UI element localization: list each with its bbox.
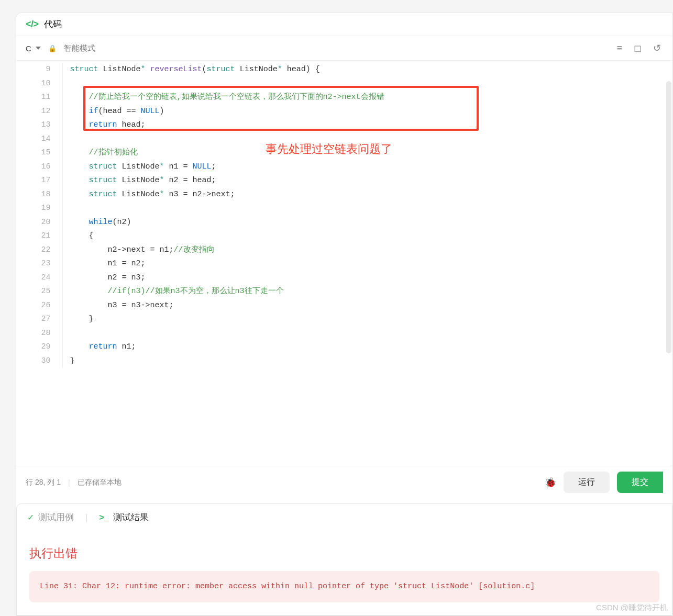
code-line[interactable]: n1 = n2; bbox=[62, 257, 672, 271]
code-line[interactable]: //if(n3)//如果n3不为空，那么让n3往下走一个 bbox=[62, 285, 672, 299]
debug-icon[interactable]: 🐞 bbox=[545, 477, 556, 488]
line-number: 15 bbox=[16, 146, 62, 160]
code-line[interactable]: struct ListNode* n2 = head; bbox=[62, 174, 672, 188]
code-line[interactable] bbox=[62, 327, 672, 341]
code-line[interactable]: } bbox=[62, 354, 672, 368]
line-number: 30 bbox=[16, 354, 62, 368]
format-icon[interactable]: ≡ bbox=[614, 41, 624, 56]
save-status: 已存储至本地 bbox=[78, 478, 122, 487]
check-icon: ✓ bbox=[27, 512, 34, 522]
code-line[interactable]: return head; bbox=[62, 118, 672, 132]
line-number: 11 bbox=[16, 91, 62, 105]
line-number: 24 bbox=[16, 271, 62, 285]
lock-icon: 🔒 bbox=[48, 44, 57, 52]
code-line[interactable] bbox=[62, 132, 672, 147]
tab-testresult-label: 测试结果 bbox=[113, 511, 149, 523]
code-line[interactable] bbox=[62, 201, 672, 216]
run-button[interactable]: 运行 bbox=[564, 472, 610, 493]
code-line[interactable]: n3 = n3->next; bbox=[62, 299, 672, 313]
line-number: 10 bbox=[16, 77, 62, 91]
language-label: C bbox=[26, 44, 31, 53]
language-select[interactable]: C bbox=[26, 44, 41, 53]
tab-testcase[interactable]: ✓ 测试用例 bbox=[27, 511, 74, 523]
code-tag-icon: </> bbox=[26, 19, 39, 30]
editor-toolbar: C 🔒 智能模式 ≡ ◻ ↺ bbox=[16, 36, 672, 61]
divider: | bbox=[85, 512, 87, 523]
code-line[interactable]: struct ListNode* reverseList(struct List… bbox=[62, 63, 672, 77]
reset-icon[interactable]: ↺ bbox=[651, 40, 663, 56]
line-number: 14 bbox=[16, 132, 62, 147]
line-number: 20 bbox=[16, 216, 62, 230]
error-message: Line 31: Char 12: runtime error: member … bbox=[29, 571, 659, 602]
line-number: 27 bbox=[16, 312, 62, 327]
cursor-position: 行 28, 列 1 bbox=[26, 478, 61, 487]
tab-testcase-label: 测试用例 bbox=[38, 511, 74, 523]
line-number: 25 bbox=[16, 285, 62, 299]
scrollbar[interactable] bbox=[666, 81, 671, 353]
code-line[interactable]: if(head == NULL) bbox=[62, 105, 672, 119]
line-number: 12 bbox=[16, 105, 62, 119]
bookmark-icon[interactable]: ◻ bbox=[632, 40, 644, 56]
line-number: 9 bbox=[16, 63, 62, 77]
code-panel: </> 代码 C 🔒 智能模式 ≡ ◻ ↺ 事先处理过空链表问题了 9struc… bbox=[16, 13, 673, 616]
line-number: 18 bbox=[16, 188, 62, 202]
line-number: 28 bbox=[16, 327, 62, 341]
divider: | bbox=[68, 478, 70, 487]
results-tabs: ✓ 测试用例 | >_ 测试结果 bbox=[17, 504, 672, 531]
line-number: 26 bbox=[16, 299, 62, 313]
code-editor[interactable]: 事先处理过空链表问题了 9struct ListNode* reverseLis… bbox=[16, 61, 672, 466]
error-title: 执行出错 bbox=[29, 545, 659, 562]
code-line[interactable]: //指针初始化 bbox=[62, 146, 672, 160]
submit-button[interactable]: 提交 bbox=[617, 472, 663, 493]
panel-title: 代码 bbox=[44, 18, 62, 30]
terminal-icon: >_ bbox=[99, 513, 108, 522]
panel-header: </> 代码 bbox=[16, 13, 672, 36]
line-number: 17 bbox=[16, 174, 62, 188]
line-number: 21 bbox=[16, 229, 62, 243]
code-line[interactable]: while(n2) bbox=[62, 216, 672, 230]
status-bar: 行 28, 列 1 | 已存储至本地 🐞 运行 提交 bbox=[16, 466, 672, 498]
results-body: 执行出错 Line 31: Char 12: runtime error: me… bbox=[17, 531, 672, 615]
code-line[interactable]: return n1; bbox=[62, 340, 672, 354]
code-line[interactable]: n2->next = n1;//改变指向 bbox=[62, 243, 672, 257]
code-line[interactable]: { bbox=[62, 229, 672, 243]
watermark: CSDN @睡觉待开机 bbox=[596, 603, 668, 613]
code-body: 9struct ListNode* reverseList(struct Lis… bbox=[16, 63, 672, 368]
line-number: 19 bbox=[16, 201, 62, 216]
line-number: 29 bbox=[16, 340, 62, 354]
code-line[interactable]: struct ListNode* n3 = n2->next; bbox=[62, 188, 672, 202]
code-line[interactable] bbox=[62, 77, 672, 91]
mode-label: 智能模式 bbox=[64, 43, 95, 53]
code-line[interactable]: n2 = n3; bbox=[62, 271, 672, 285]
code-line[interactable]: //防止给我一个空的链表,如果说给我一个空链表，那么我们下面的n2->next会… bbox=[62, 91, 672, 105]
line-number: 22 bbox=[16, 243, 62, 257]
tab-testresult[interactable]: >_ 测试结果 bbox=[99, 511, 148, 523]
code-line[interactable]: struct ListNode* n1 = NULL; bbox=[62, 160, 672, 174]
line-number: 23 bbox=[16, 257, 62, 271]
chevron-down-icon bbox=[36, 47, 41, 50]
line-number: 16 bbox=[16, 160, 62, 174]
results-panel: ✓ 测试用例 | >_ 测试结果 执行出错 Line 31: Char 12: … bbox=[16, 503, 672, 615]
line-number: 13 bbox=[16, 118, 62, 132]
code-line[interactable]: } bbox=[62, 312, 672, 327]
